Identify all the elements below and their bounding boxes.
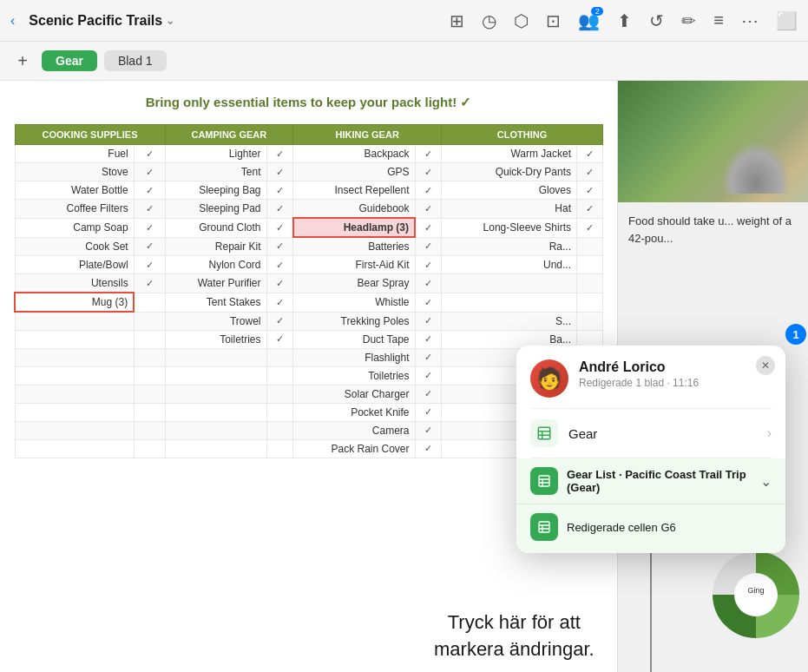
gear-table: COOKING SUPPLIES CAMPING GEAR HIKING GEA… — [14, 124, 603, 458]
svg-rect-11 — [539, 522, 549, 532]
table-row: Cook Set ✓ Repair Kit ✓ Batteries ✓ Ra..… — [15, 237, 603, 256]
gear-row[interactable]: Gear › — [516, 409, 785, 458]
svg-rect-3 — [538, 427, 550, 439]
collab-header: 🧑 André Lorico Redigerade 1 blad · 11:16… — [516, 346, 785, 408]
table-row: Stove ✓ Tent ✓ GPS ✓ Quick-Dry Pants ✓ — [15, 163, 603, 181]
camping-check: ✓ — [266, 145, 293, 163]
more-icon[interactable]: ⋯ — [741, 10, 759, 31]
table-row: Water Bottle ✓ Sleeping Bag ✓ Insect Rep… — [15, 181, 603, 200]
collaborator-popup: 🧑 André Lorico Redigerade 1 blad · 11:16… — [516, 346, 785, 553]
hiking-check: ✓ — [415, 145, 442, 163]
tab-blad1[interactable]: Blad 1 — [104, 50, 167, 71]
view-icon[interactable]: ⬜ — [776, 10, 798, 31]
duct-tape-cell[interactable]: Duct Tape — [293, 330, 415, 348]
add-sheet-button[interactable]: + — [10, 49, 35, 73]
camping-item[interactable]: Lighter — [165, 145, 266, 163]
gear-icon — [530, 419, 558, 447]
trail-image — [618, 81, 808, 202]
media-icon[interactable]: ⊡ — [546, 10, 561, 31]
collab-info: André Lorico Redigerade 1 blad · 11:16 — [579, 359, 772, 389]
tab-bar: + Gear Blad 1 — [0, 42, 808, 81]
table-row: Toiletries ✓ Duct Tape ✓ Ba... — [15, 330, 603, 348]
table-row: Pocket Knife ✓ — [15, 403, 603, 421]
col-camping: CAMPING GEAR — [165, 125, 293, 145]
close-button[interactable]: ✕ — [756, 356, 775, 375]
svg-point-1 — [734, 573, 778, 616]
gear-list-text: Gear List · Pacific Coast Trail Trip (Ge… — [567, 468, 752, 494]
cooking-check: ✓ — [134, 145, 165, 163]
title-chevron-icon[interactable]: ⌄ — [166, 15, 174, 27]
toolbar-icons: ⊞ ◷ ⬡ ⊡ 👥2 ⬆ ↺ ✏ ≡ ⋯ ⬜ — [450, 10, 798, 31]
share-icon[interactable]: ⬆ — [617, 10, 632, 31]
main-content: Bring only essential items to keep your … — [0, 81, 808, 672]
collab-meta: Redigerade 1 blad · 11:16 — [579, 377, 772, 389]
edited-cells-row[interactable]: Redigerade cellen G6 — [516, 504, 785, 553]
table-row: Camera ✓ — [15, 421, 603, 439]
table-row: Camp Soap ✓ Ground Cloth ✓ Headlamp (3) … — [15, 218, 603, 237]
avatar: 🧑 — [530, 359, 568, 398]
col-clothing: CLOTHING — [442, 125, 603, 145]
table-row: Toiletries ✓ Sun... — [15, 366, 603, 385]
clothing-check: ✓ — [576, 145, 602, 163]
headlamp-cell[interactable]: Headlamp (3) — [293, 218, 415, 237]
table-row: Utensils ✓ Water Purifier ✓ Bear Spray ✓ — [15, 274, 603, 293]
table-row: Flashlight ✓ Quick-Dr... — [15, 348, 603, 366]
table-row: Trowel ✓ Trekking Poles ✓ S... — [15, 312, 603, 330]
chart-icon[interactable]: ◷ — [482, 10, 496, 31]
undo-icon[interactable]: ↺ — [649, 10, 664, 31]
toolbar: ‹ Scenic Pacific Trails ⌄ ⊞ ◷ ⬡ ⊡ 👥2 ⬆ ↺… — [0, 0, 808, 42]
ground-cloth-cell[interactable]: Ground Cloth — [165, 218, 266, 237]
bottom-annotation: Tryck här för attmarkera ändringar. — [434, 609, 595, 663]
document-title: Scenic Pacific Trails ⌄ — [29, 13, 174, 29]
food-description: Food should take u... weight of a 42-pou… — [618, 202, 808, 257]
format-icon[interactable]: ≡ — [713, 10, 724, 30]
headline: Bring only essential items to keep your … — [14, 95, 603, 110]
gear-label: Gear — [568, 426, 757, 441]
table-icon[interactable]: ⊞ — [450, 10, 464, 31]
hiking-item[interactable]: Backpack — [293, 145, 415, 163]
collab-icon[interactable]: 👥2 — [578, 10, 600, 31]
edited-icon — [530, 513, 558, 541]
table-row: Pack Rain Cover ✓ — [15, 439, 603, 458]
table-row: Plate/Bowl ✓ Nylon Cord ✓ First-Aid Kit … — [15, 256, 603, 274]
gear-list-header: Gear List · Pacific Coast Trail Trip (Ge… — [530, 467, 772, 495]
rocks-decoration — [721, 142, 791, 194]
back-button[interactable]: ‹ — [10, 13, 15, 29]
notification-badge: 1 — [785, 324, 806, 345]
table-row: Solar Charger ✓ — [15, 385, 603, 403]
table-row: Mug (3) Tent Stakes ✓ Whistle ✓ — [15, 293, 603, 312]
clothing-item[interactable]: Warm Jacket — [442, 145, 577, 163]
col-cooking: COOKING SUPPLIES — [15, 125, 165, 145]
edited-cells-label: Redigerade cellen G6 — [567, 521, 676, 534]
table-row: Fuel ✓ Lighter ✓ Backpack ✓ Warm Jacket … — [15, 145, 603, 163]
chevron-right-icon: › — [767, 425, 772, 441]
tab-gear[interactable]: Gear — [42, 50, 97, 71]
cooking-item[interactable]: Fuel — [15, 145, 134, 163]
svg-rect-7 — [539, 476, 549, 486]
shape-icon[interactable]: ⬡ — [514, 10, 529, 31]
mug-cell[interactable]: Mug (3) — [15, 293, 134, 312]
pie-chart: Ging — [704, 543, 808, 647]
pencil-icon[interactable]: ✏ — [681, 10, 696, 31]
back-icon: ‹ — [10, 13, 15, 29]
gear-list-row[interactable]: Gear List · Pacific Coast Trail Trip (Ge… — [516, 458, 785, 504]
svg-text:Ging: Ging — [747, 586, 764, 595]
col-hiking: HIKING GEAR — [293, 125, 442, 145]
chevron-down-icon[interactable]: ⌄ — [760, 473, 772, 490]
collab-name: André Lorico — [579, 359, 772, 375]
nylon-cord-cell[interactable]: Nylon Cord — [165, 256, 266, 274]
gear-list-icon — [530, 467, 558, 495]
flashlight-cell[interactable]: Flashlight — [293, 348, 415, 366]
table-row: Coffee Filters ✓ Sleeping Pad ✓ Guideboo… — [15, 200, 603, 219]
